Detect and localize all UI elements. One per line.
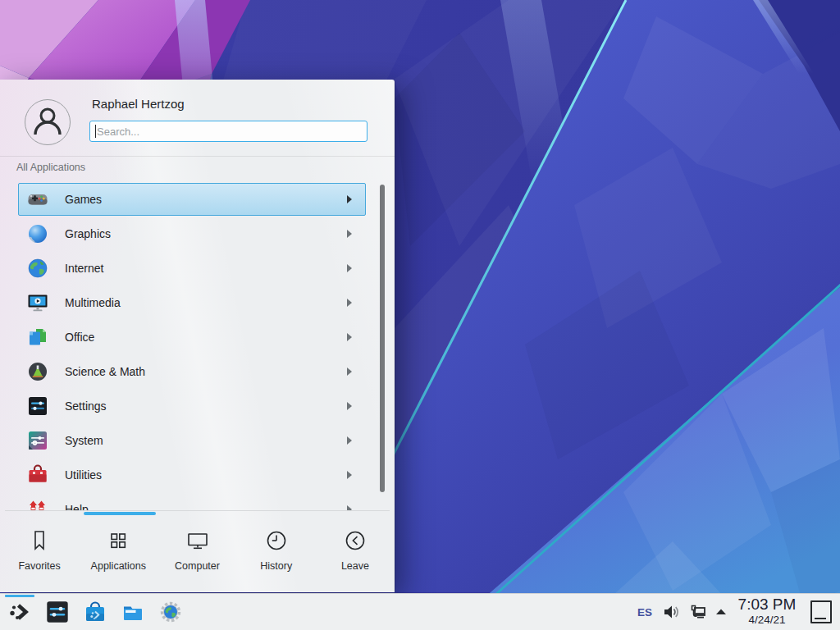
tab-favorites[interactable]: Favorites [0,515,79,592]
category-label: Games [65,182,102,217]
chevron-right-icon [347,368,352,376]
chevron-right-icon [347,264,352,272]
tab-label: Leave [341,560,369,572]
globe-icon [27,258,48,279]
toolbox-icon [27,464,48,486]
category-label: Multimedia [65,285,121,320]
grid-icon [106,528,130,553]
tab-label: Computer [175,560,220,572]
clock-date: 4/24/21 [728,614,806,626]
search-input[interactable] [89,121,368,142]
bookmark-icon [27,528,52,553]
clock-time: 7:03 PM [728,596,806,614]
system-tray: ES [635,594,728,630]
category-label: Science & Math [65,354,145,389]
chevron-right-icon [347,471,352,479]
category-label: Settings [65,389,107,423]
computer-icon [185,528,210,553]
category-label: Internet [65,251,103,285]
category-row-system[interactable]: System [0,423,395,458]
monitor-play-icon [27,292,48,313]
expand-arrow-icon [714,603,728,621]
category-row-internet[interactable]: Internet [0,251,395,285]
tab-label: Applications [91,560,146,572]
settings-sliders-icon [45,600,70,624]
digital-clock[interactable]: 7:03 PM 4/24/21 [728,594,806,630]
chevron-right-icon [347,333,352,341]
network-icon [687,603,707,621]
list-scrollbar[interactable] [380,185,385,492]
show-desktop-button[interactable] [810,600,832,623]
globe-gear-icon [158,600,183,624]
taskbar-file-manager-button[interactable] [115,594,151,630]
category-row-settings[interactable]: Settings [0,389,395,423]
category-row-help[interactable]: Help [0,492,395,510]
tab-label: History [260,560,292,572]
category-row-office[interactable]: Office [0,320,395,354]
taskbar-panel: ES [0,593,840,630]
lifebuoy-icon [27,499,48,510]
show-desktop-icon [815,618,826,619]
folder-icon [121,600,145,624]
flask-icon [27,361,48,382]
chevron-right-icon [347,402,352,410]
chevron-right-icon [347,195,352,203]
tray-expander-button[interactable] [714,603,728,621]
user-icon [25,100,70,144]
chevron-right-icon [347,436,352,445]
category-label: Graphics [65,217,111,251]
user-name: Raphael Hertzog [92,97,185,111]
leave-icon [343,528,368,553]
tab-applications[interactable]: Applications [79,515,158,592]
volume-button[interactable] [662,603,680,621]
network-button[interactable] [687,603,707,621]
desktop: Raphael Hertzog All Applications [0,0,840,630]
section-label: All Applications [16,162,85,173]
history-clock-icon [264,528,289,553]
gamepad-icon [27,189,48,210]
chevron-right-icon [347,299,352,307]
tab-label: Favorites [18,560,60,572]
category-row-graphics[interactable]: Graphics [0,217,395,251]
active-task-indicator [5,595,34,597]
tab-history[interactable]: History [237,515,316,592]
category-label: System [65,423,103,458]
category-row-multimedia[interactable]: Multimedia [0,285,395,320]
keyboard-layout-indicator[interactable]: ES [635,606,655,619]
kickoff-icon [7,600,32,624]
color-sliders-icon [27,430,48,451]
taskbar-system-settings-button[interactable] [39,594,75,630]
application-launcher-menu: Raphael Hertzog All Applications [0,80,395,592]
tabbar-divider [5,510,390,511]
category-row-utilities[interactable]: Utilities [0,458,395,492]
chevron-right-icon [347,230,352,238]
taskbar-web-browser-button[interactable] [153,594,189,630]
tab-leave[interactable]: Leave [316,515,395,592]
category-row-science[interactable]: Science & Math [0,354,395,389]
category-label: Office [65,320,94,354]
tab-computer[interactable]: Computer [158,515,236,592]
documents-icon [27,326,48,348]
category-label: Utilities [65,458,102,492]
taskbar-application-launcher-button[interactable] [2,594,38,630]
user-avatar[interactable] [25,99,71,145]
launcher-tab-bar: Favorites Applications Computer [0,515,395,592]
header-divider [0,156,395,157]
category-row-games[interactable]: Games [0,182,395,217]
sphere-icon [27,223,48,244]
volume-icon [662,603,680,621]
category-list: Games Graphics [0,182,395,510]
category-label: Help [65,492,89,510]
taskbar-discover-button[interactable] [77,594,113,630]
dark-sliders-icon [27,395,48,417]
software-bag-icon [83,600,107,624]
